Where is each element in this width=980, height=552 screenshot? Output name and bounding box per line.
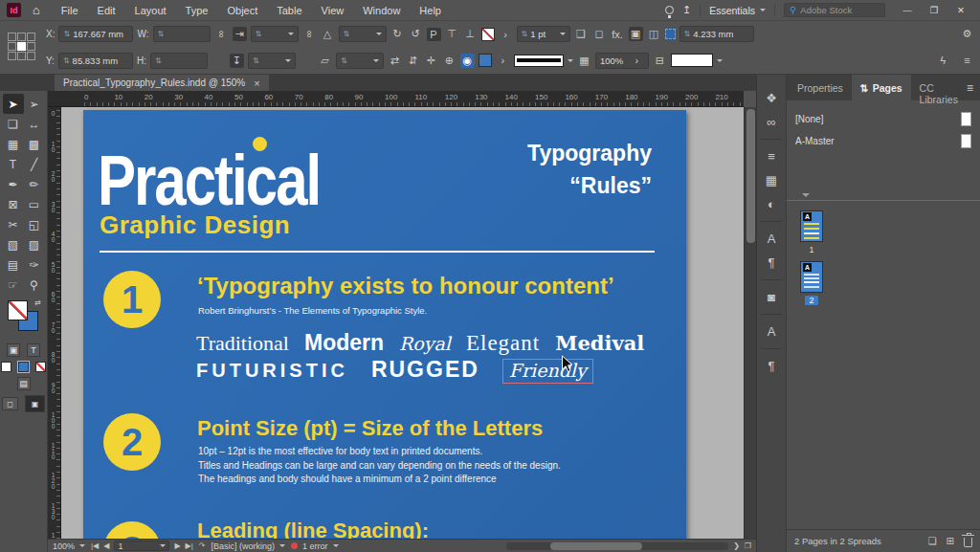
menu-type[interactable]: Type	[176, 5, 218, 16]
spinner-icon[interactable]: ⇅	[522, 30, 528, 38]
spinner-icon[interactable]: ⇅	[158, 30, 165, 38]
new-page-icon[interactable]: ⊞	[947, 536, 954, 546]
more-arrow-icon[interactable]: ›	[496, 55, 510, 66]
effects-icon[interactable]: fx.	[611, 29, 625, 40]
flip-horizontal-icon[interactable]: ⇄	[388, 55, 402, 67]
ref-dot[interactable]	[27, 42, 35, 51]
corner-options-icon[interactable]: ❑	[574, 28, 589, 40]
menu-view[interactable]: View	[312, 5, 354, 16]
y-position-field[interactable]: ⇅85.833 mm	[58, 53, 133, 69]
chevron-down-icon[interactable]	[285, 59, 291, 65]
ref-dot[interactable]	[27, 33, 35, 41]
scroll-right-button[interactable]: ❯	[733, 541, 740, 550]
menu-file[interactable]: File	[52, 5, 88, 16]
ref-dot[interactable]	[27, 52, 35, 60]
page-number-label[interactable]: 2	[805, 296, 817, 305]
pencil-tool[interactable]: ✏	[24, 174, 45, 194]
line-tool[interactable]: ╱	[24, 154, 45, 174]
chevron-down-icon[interactable]	[376, 33, 382, 38]
selection-tool[interactable]: ➤	[3, 94, 24, 114]
document-tab[interactable]: Practical_Typography_Rules.indd @ 150% ×	[55, 75, 269, 91]
menu-table[interactable]: Table	[267, 5, 311, 16]
zoom-tool[interactable]: ⚲	[24, 275, 45, 295]
ref-dot[interactable]	[8, 52, 16, 60]
more-arrow-icon[interactable]: ›	[630, 55, 644, 66]
rotate-ccw-icon[interactable]: ↺	[409, 28, 423, 40]
content-placer-tool[interactable]: ▩	[24, 134, 45, 154]
delete-page-icon[interactable]	[964, 538, 972, 547]
links-panel-icon[interactable]: ∞	[757, 110, 786, 134]
swap-fill-stroke-icon[interactable]: ⇄	[34, 298, 41, 307]
film-preview-icon[interactable]: ▤	[17, 377, 31, 390]
formatting-affects-text-button[interactable]: T	[27, 343, 40, 357]
stroke-color-swatch[interactable]	[481, 28, 495, 41]
fill-color-swatch[interactable]	[479, 54, 492, 67]
chevron-down-icon[interactable]	[560, 33, 566, 38]
free-transform-tool[interactable]: ◱	[24, 214, 45, 234]
character-panel-icon[interactable]: A	[757, 320, 786, 343]
stroke-style-select[interactable]	[514, 55, 564, 67]
spinner-icon[interactable]: ⇅	[63, 56, 70, 65]
tab-cc-libraries[interactable]: CC Libraries	[911, 75, 967, 100]
formatting-affects-container-button[interactable]: ▣	[7, 343, 20, 357]
fill-swatch[interactable]	[8, 300, 28, 320]
canvas[interactable]: Practical Graphic Design Typography “Rul…	[61, 107, 744, 539]
apply-none-button[interactable]	[35, 362, 46, 372]
color-panel-icon[interactable]: ◐	[757, 192, 786, 216]
horizontal-scrollbar[interactable]	[506, 542, 728, 550]
horizontal-ruler[interactable]: 0102030405060708090100110120130140150160…	[48, 91, 744, 107]
page-item-1[interactable]: A1	[798, 210, 825, 254]
flip-vertical-icon[interactable]: ⇵	[406, 55, 420, 67]
fit-frame-icon[interactable]: ◉	[460, 54, 475, 68]
wrap-none-icon[interactable]: ▣	[629, 27, 643, 41]
content-collector-tool[interactable]: ▦	[3, 134, 24, 154]
menu-object[interactable]: Object	[217, 5, 267, 16]
tab-properties[interactable]: Properties	[789, 75, 852, 100]
spinner-icon[interactable]: ⇅	[256, 30, 262, 38]
width-field[interactable]: ⇅	[153, 26, 211, 42]
tab-pages[interactable]: ⇅Pages	[852, 75, 911, 100]
menu-edit[interactable]: Edit	[88, 5, 125, 16]
paragraph-panel-icon[interactable]: ¶	[757, 354, 786, 378]
note-tool[interactable]: ▤	[3, 254, 24, 275]
hand-tool[interactable]: ☞	[3, 275, 24, 295]
document-page[interactable]: Practical Graphic Design Typography “Rul…	[83, 110, 686, 539]
select-container-icon[interactable]: P	[427, 28, 441, 41]
spinner-icon[interactable]: ⇅	[253, 56, 259, 65]
page-thumbnail-2[interactable]: A	[800, 261, 823, 293]
lightbulb-icon[interactable]	[665, 6, 674, 14]
close-button[interactable]: ✕	[947, 5, 974, 15]
opacity-field[interactable]: 100%›	[595, 53, 649, 69]
panel-menu-icon[interactable]: ≡	[967, 81, 973, 95]
text-wrap-panel-icon[interactable]: ◙	[757, 285, 786, 309]
vertical-scrollbar-thumb[interactable]	[746, 109, 755, 243]
eyedropper-tool[interactable]: ✑	[24, 254, 45, 275]
selected-text-frame[interactable]: Friendly	[502, 359, 593, 384]
page-item-2[interactable]: A2	[798, 261, 825, 305]
spinner-icon[interactable]: ⇅	[63, 30, 70, 38]
vertical-scrollbar[interactable]	[744, 107, 756, 539]
page-thumbnail-1[interactable]: A	[800, 210, 823, 242]
page-tool[interactable]: ❏	[3, 114, 24, 134]
close-tab-icon[interactable]: ×	[254, 77, 259, 89]
menu-layout[interactable]: Layout	[125, 5, 176, 16]
lightning-icon[interactable]: ϟ	[936, 55, 950, 66]
preflight-profile-select[interactable]: [Basic] (working)	[212, 541, 286, 551]
shear-angle-field[interactable]: ⇅	[336, 53, 384, 69]
corner-shape-icon[interactable]: ◻	[592, 28, 607, 40]
apply-color-button[interactable]	[1, 362, 11, 372]
spinner-icon[interactable]: ⇅	[155, 56, 162, 65]
layers-panel-icon[interactable]: ❖	[757, 86, 786, 110]
home-icon[interactable]: ⌂	[33, 4, 40, 16]
scale-y-field[interactable]: ⇅	[248, 53, 296, 69]
gap-tool[interactable]: ↔	[24, 114, 45, 134]
gradient-feather-tool[interactable]: ▨	[24, 234, 45, 254]
ref-dot-center[interactable]	[17, 42, 26, 51]
wrap-reference-icon[interactable]	[665, 29, 676, 39]
page-number-label[interactable]: 1	[805, 245, 817, 254]
normal-view-button[interactable]: ◻	[2, 397, 18, 410]
gear-icon[interactable]: ⚙	[960, 28, 974, 40]
pen-tool[interactable]: ✒	[3, 174, 24, 194]
vertical-ruler[interactable]: 0102030405060708090100110120130140	[48, 107, 61, 539]
constrain-scale-icon[interactable]: ∞	[303, 27, 315, 41]
